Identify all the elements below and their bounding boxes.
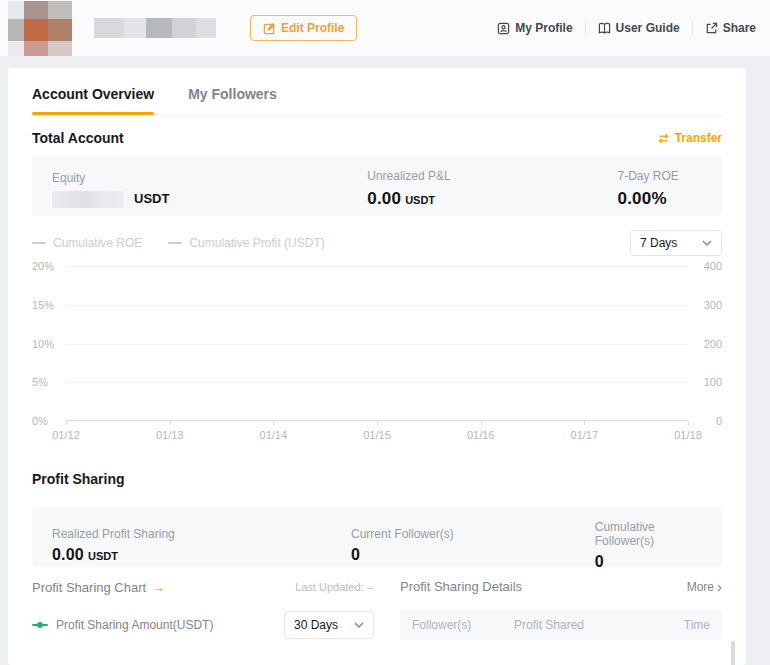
avatar-pixel: [8, 19, 24, 41]
x-axis-tick: [66, 421, 67, 425]
y-axis-label-left: 0%: [32, 415, 62, 427]
unrealized-pnl-value: 0.00: [367, 189, 401, 209]
unrealized-pnl-unit: USDT: [405, 194, 435, 206]
gridline: [66, 382, 688, 383]
x-axis-tick: [273, 421, 274, 425]
tab-account-overview[interactable]: Account Overview: [32, 86, 154, 115]
roe-7d-label: 7-Day ROE: [618, 169, 703, 183]
roe-7d-stat: 7-Day ROE 0.00%: [618, 169, 703, 209]
edit-profile-button[interactable]: Edit Profile: [250, 15, 357, 41]
legend-cumulative-roe-label: Cumulative ROE: [53, 236, 142, 250]
x-axis-label: 01/14: [260, 429, 288, 441]
roe-chart-legend: Cumulative ROE Cumulative Profit (USDT): [32, 236, 325, 250]
equity-label: Equity: [52, 171, 367, 185]
y-axis-label-right: 100: [690, 376, 722, 388]
user-guide-link[interactable]: User Guide: [598, 21, 680, 35]
avatar-pixel: [48, 1, 72, 19]
header-links: My Profile User Guide Share: [497, 21, 756, 35]
roe-range-value: 7 Days: [640, 236, 677, 250]
y-axis-label-right: 400: [690, 260, 722, 272]
y-axis-label-right: 200: [690, 338, 722, 350]
profit-sharing-legend[interactable]: Profit Sharing Amount(USDT): [32, 618, 213, 632]
main-card: Account Overview My Followers Total Acco…: [8, 68, 746, 665]
avatar-pixel: [48, 19, 72, 41]
share-icon: [705, 22, 718, 35]
share-label: Share: [723, 21, 756, 35]
profit-sharing-chart-panel: Profit Sharing Chart → Last Updated: -- …: [32, 579, 374, 640]
user-guide-label: User Guide: [616, 21, 680, 35]
total-account-stats: Equity USDT Unrealized P&L 0.00 USDT 7-D…: [32, 156, 722, 216]
y-axis-label-right: 300: [690, 299, 722, 311]
x-axis-label: 01/18: [674, 429, 702, 441]
y-axis-label-left: 10%: [32, 338, 62, 350]
chevron-down-icon: [702, 240, 712, 246]
gridline: [66, 305, 688, 306]
y-axis-label-left: 15%: [32, 299, 62, 311]
page-header: Edit Profile My Profile User Guide: [0, 0, 770, 56]
edit-icon: [263, 22, 276, 35]
roe-chart: 20% 15% 10% 5% 0% 400 300 200 100 0 01/1…: [32, 262, 722, 447]
details-table-header: Follower(s) Profit Shared Time: [400, 610, 722, 640]
masked-text-block: [146, 18, 172, 38]
tab-bar: Account Overview My Followers: [32, 86, 722, 116]
chevron-right-icon: ›: [717, 579, 722, 594]
gridline: [66, 344, 688, 345]
scrollbar[interactable]: [731, 641, 735, 665]
profit-sharing-title: Profit Sharing: [32, 471, 722, 487]
profit-sharing-chart-link[interactable]: Profit Sharing Chart →: [32, 579, 165, 595]
equity-unit: USDT: [134, 191, 169, 206]
total-account-row: Total Account Transfer: [32, 130, 722, 146]
divider: [585, 22, 586, 34]
legend-cumulative-roe[interactable]: Cumulative ROE: [32, 236, 142, 250]
x-axis-label: 01/17: [571, 429, 599, 441]
avatar-pixel: [8, 41, 24, 56]
current-followers-stat: Current Follower(s) 0: [351, 527, 595, 564]
edit-profile-label: Edit Profile: [281, 21, 344, 35]
gridline: [66, 266, 688, 267]
tab-my-followers[interactable]: My Followers: [188, 86, 277, 115]
roe-range-dropdown[interactable]: 7 Days: [630, 230, 722, 256]
equity-value-masked: [52, 191, 124, 208]
last-updated-text: Last Updated: --: [295, 581, 374, 593]
roe-chart-controls: Cumulative ROE Cumulative Profit (USDT) …: [32, 230, 722, 256]
x-axis-tick: [688, 421, 689, 425]
current-followers-value: 0: [351, 546, 360, 564]
line-marker-icon: [168, 242, 182, 244]
profit-sharing-range-dropdown[interactable]: 30 Days: [284, 611, 374, 639]
equity-stat: Equity USDT: [52, 171, 367, 208]
arrow-right-icon: →: [151, 579, 165, 595]
more-link[interactable]: More ›: [687, 579, 722, 594]
column-time: Time: [684, 618, 710, 632]
transfer-button[interactable]: Transfer: [657, 131, 722, 145]
unrealized-pnl-stat: Unrealized P&L 0.00 USDT: [367, 169, 617, 209]
my-profile-label: My Profile: [515, 21, 572, 35]
profit-sharing-details-panel: Profit Sharing Details More › Follower(s…: [400, 579, 722, 640]
cumulative-followers-label: Cumulative Follower(s): [595, 520, 702, 548]
share-link[interactable]: Share: [705, 21, 756, 35]
divider: [692, 22, 693, 34]
avatar-pixel: [24, 41, 48, 56]
line-marker-icon: [32, 242, 46, 244]
chevron-down-icon: [354, 622, 364, 628]
realized-profit-stat: Realized Profit Sharing 0.00 USDT: [52, 527, 351, 564]
x-axis-label: 01/15: [363, 429, 391, 441]
my-profile-link[interactable]: My Profile: [497, 21, 572, 35]
unrealized-pnl-label: Unrealized P&L: [367, 169, 617, 183]
avatar-pixel: [24, 19, 48, 41]
avatar: [8, 1, 72, 56]
cumulative-followers-value: 0: [595, 553, 604, 571]
cumulative-followers-stat: Cumulative Follower(s) 0: [595, 520, 702, 571]
avatar-pixel: [48, 41, 72, 56]
y-axis-label-left: 20%: [32, 260, 62, 272]
x-axis-tick: [170, 421, 171, 425]
legend-cumulative-profit[interactable]: Cumulative Profit (USDT): [168, 236, 324, 250]
realized-profit-unit: USDT: [88, 550, 118, 562]
profit-sharing-details-title: Profit Sharing Details: [400, 579, 522, 594]
profile-card-icon: [497, 22, 510, 35]
column-followers: Follower(s): [412, 618, 514, 632]
x-axis-label: 01/13: [156, 429, 184, 441]
profit-sharing-range-value: 30 Days: [294, 618, 338, 632]
book-icon: [598, 22, 611, 35]
realized-profit-value: 0.00: [52, 546, 84, 564]
roe-chart-plot: 20% 15% 10% 5% 0% 400 300 200 100 0 01/1…: [66, 266, 688, 421]
